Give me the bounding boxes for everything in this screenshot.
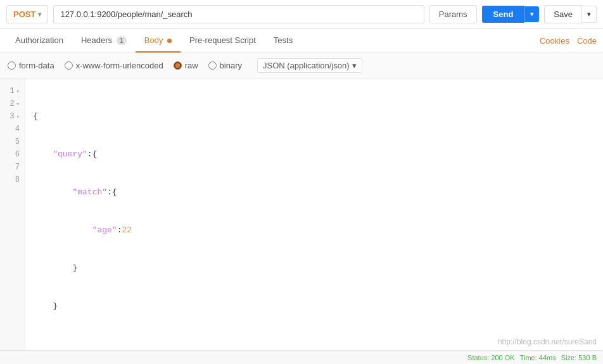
tab-prerequest-label: Pre-request Script [189,35,256,45]
form-data-label: form-data [19,61,54,70]
code-line-6: } [33,300,595,313]
save-group: Save ▾ [544,5,597,23]
save-dropdown-button[interactable]: ▾ [582,6,597,23]
status-bar: Status: 200 OK Time: 44ms Size: 530 B [0,350,603,364]
send-button[interactable]: Send [482,6,525,23]
line-num-1: 1 ▾ [0,85,25,97]
tab-authorization-label: Authorization [15,35,63,45]
method-dropdown[interactable]: POST ▾ [6,5,48,23]
line-numbers: 1 ▾ 2 ▾ 3 ▾ 4 5 6 7 8 [0,78,25,364]
status-ok: Status: 200 OK [467,354,515,361]
tab-headers[interactable]: Headers 1 [72,29,136,53]
tab-tests-label: Tests [274,35,293,45]
line-num-4: 4 [0,123,25,135]
json-format-dropdown[interactable]: JSON (application/json) ▾ [257,58,362,73]
fold-arrow-2[interactable]: ▾ [16,101,20,108]
line-num-7: 7 [0,161,25,173]
raw-radio[interactable] [174,61,182,70]
line-num-3: 3 ▾ [0,110,25,123]
form-data-option[interactable]: form-data [8,61,54,70]
binary-option[interactable]: binary [208,61,242,70]
binary-label: binary [220,61,242,70]
top-bar: POST ▾ Params Send ▾ Save ▾ [0,0,603,29]
fold-arrow-1[interactable]: ▾ [16,88,20,95]
url-input[interactable] [53,5,424,23]
code-line-1: { [33,110,595,123]
line-num-2: 2 ▾ [0,97,25,110]
body-active-dot [167,39,172,43]
tab-tests[interactable]: Tests [265,29,302,53]
line-num-8: 8 [0,173,25,186]
urlencoded-radio[interactable] [65,61,73,70]
binary-radio[interactable] [208,61,217,70]
code-line-2: "query":{ [33,148,595,161]
form-data-radio[interactable] [8,61,16,70]
save-button[interactable]: Save [544,5,582,23]
code-line-4: "age":22 [33,224,595,237]
watermark: http://blog.csdn.net/sureSand [498,337,597,346]
send-group: Send ▾ [482,6,540,23]
tab-authorization[interactable]: Authorization [6,29,72,53]
editor-area: 1 ▾ 2 ▾ 3 ▾ 4 5 6 7 8 { "query":{ "match… [0,78,603,364]
cookies-link[interactable]: Cookies [540,36,569,46]
headers-badge: 1 [117,36,127,45]
code-content[interactable]: { "query":{ "match":{ "age":22 } } } [25,78,603,364]
raw-label: raw [185,61,198,70]
status-right: Status: 200 OK Time: 44ms Size: 530 B [467,354,597,361]
code-line-5: } [33,262,595,275]
tab-headers-label: Headers [81,35,112,45]
status-time: Time: 44ms [520,354,556,361]
urlencoded-option[interactable]: x-www-form-urlencoded [65,61,163,70]
tabs-row: Authorization Headers 1 Body Pre-request… [0,29,603,53]
urlencoded-label: x-www-form-urlencoded [76,61,163,70]
tab-prerequest[interactable]: Pre-request Script [181,29,265,53]
line-num-6: 6 [0,148,25,161]
tab-body[interactable]: Body [136,29,181,53]
code-link[interactable]: Code [577,36,597,46]
params-button[interactable]: Params [429,5,477,23]
raw-option[interactable]: raw [174,61,198,70]
tab-body-label: Body [144,35,163,45]
tabs-right: Cookies Code [540,36,597,46]
method-label: POST [13,9,35,19]
fold-arrow-3[interactable]: ▾ [16,113,20,120]
json-format-label: JSON (application/json) [263,61,350,70]
send-dropdown-button[interactable]: ▾ [524,6,539,22]
body-options: form-data x-www-form-urlencoded raw bina… [0,53,603,78]
line-num-5: 5 [0,135,25,148]
status-size: Size: 530 B [561,354,597,361]
json-format-chevron-icon: ▾ [352,61,357,70]
code-line-3: "match":{ [33,186,595,199]
method-chevron-icon: ▾ [38,11,41,18]
